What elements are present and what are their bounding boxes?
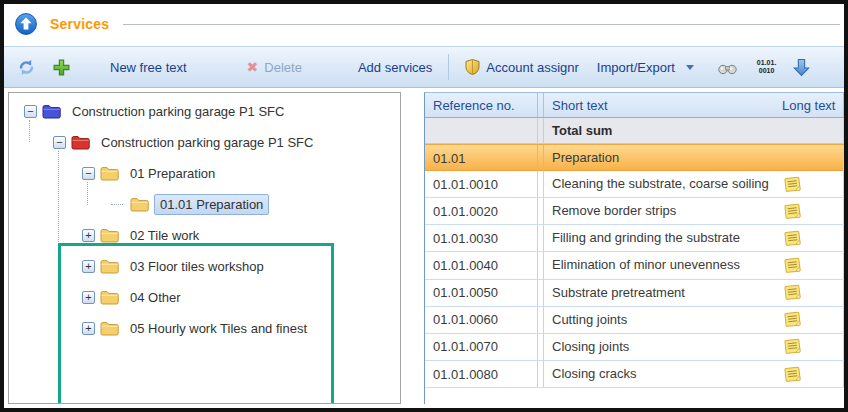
long-text-note-icon[interactable] [782,282,803,303]
arrow-down-icon [793,58,810,77]
column-splitter[interactable] [537,93,544,117]
short-text-cell: Remove border strips [544,198,774,224]
long-text-note-icon[interactable] [782,336,803,357]
table-row[interactable]: 01.01.0060 Cutting joints [425,307,844,334]
tree-item-label[interactable]: 01.01 Preparation [154,194,269,215]
table-body: Total sum 01.01 Preparation 01.01.0010 C… [425,118,844,388]
table-row[interactable]: 01.01.0030 Filling and grinding the subs… [425,225,844,252]
services-table: Reference no. Short text Long text Total… [424,92,844,404]
tree-expander[interactable]: − [82,167,95,180]
table-row[interactable]: 01.01.0080 Closing cracks [425,361,844,388]
tree-item[interactable]: + 03 Floor tiles workshop [9,251,400,282]
tree-item[interactable]: + 05 Hourly work Tiles and finest [9,313,400,344]
app-window: Services New free text ✖ Delet [4,4,844,408]
reference-cell: 01.01.0060 [425,307,537,333]
long-text-cell [774,225,844,251]
tree-item-label[interactable]: Construction parking garage P1 SFC [95,132,319,153]
account-assignment-button[interactable]: Account assignr [459,54,585,80]
refresh-button[interactable] [14,56,39,79]
folder-icon [130,197,149,212]
long-text-cell [774,334,844,360]
column-splitter [537,145,544,171]
tree-item-label[interactable]: 01 Preparation [124,163,221,184]
add-button[interactable] [49,55,74,80]
reference-cell: 01.01 [425,145,537,171]
move-down-button[interactable] [790,55,813,80]
tree-expander[interactable]: + [82,260,95,273]
binoculars-icon [717,60,738,75]
column-splitter [537,334,544,360]
long-text-note-icon[interactable] [782,174,803,195]
tree-item[interactable]: + 02 Tile work [9,220,400,251]
position-number-button[interactable]: 01.01. 0010 [757,59,776,75]
tree-connector-stub [111,204,123,205]
plus-icon [52,58,71,77]
table-row[interactable]: 01.01.0040 Elimination of minor unevenne… [425,252,844,279]
reference-cell: 01.01.0070 [425,334,537,360]
tree-item-label[interactable]: 04 Other [124,287,187,308]
column-header-reference[interactable]: Reference no. [425,93,537,117]
folder-icon [100,259,119,274]
position-number-line2: 0010 [757,67,776,75]
long-text-note-icon[interactable] [782,228,803,249]
new-free-text-button[interactable]: New free text [104,56,193,79]
refresh-icon [17,59,36,76]
reference-cell: 01.01.0020 [425,198,537,224]
folder-icon [42,104,61,119]
long-text-note-icon[interactable] [782,364,803,385]
table-row[interactable]: 01.01.0010 Cleaning the substrate, coars… [425,171,844,198]
tree-item-label[interactable]: Construction parking garage P1 SFC [66,101,290,122]
reference-cell: 01.01.0010 [425,171,537,197]
tree-connector-line [29,120,30,142]
tree-item[interactable]: 01.01 Preparation [9,189,400,220]
column-splitter [537,280,544,306]
find-button[interactable] [714,57,741,78]
page-title: Services [50,16,109,32]
table-row[interactable]: 01.01 Preparation [425,144,844,171]
tree-expander[interactable]: + [82,322,95,335]
tree-item-label[interactable]: 05 Hourly work Tiles and finest [124,318,313,339]
column-header-long-text[interactable]: Long text [774,93,844,117]
tree-item[interactable]: − Construction parking garage P1 SFC [9,96,400,127]
title-divider [123,24,840,25]
tree-expander[interactable]: + [82,291,95,304]
table-row[interactable]: 01.01.0020 Remove border strips [425,198,844,225]
column-header-short-text[interactable]: Short text [544,93,774,117]
folder-icon [100,290,119,305]
position-number-line1: 01.01. [757,59,776,67]
tree-item-label[interactable]: 02 Tile work [124,225,205,246]
short-text-cell: Total sum [544,118,774,144]
new-free-text-label: New free text [110,60,187,75]
navigate-up-icon[interactable] [14,12,38,36]
table-row[interactable]: 01.01.0050 Substrate pretreatment [425,280,844,307]
title-bar: Services [4,4,844,44]
column-splitter [537,198,544,224]
tree-item[interactable]: − 01 Preparation [9,158,400,189]
table-header-row: Reference no. Short text Long text [425,93,844,118]
table-row[interactable]: 01.01.0070 Closing joints [425,334,844,361]
tree-item-label[interactable]: 03 Floor tiles workshop [124,256,270,277]
column-splitter [537,361,544,387]
import-export-button[interactable]: Import/Export [591,56,700,79]
toolbar: New free text ✖ Delete Add services Acco… [4,46,844,88]
toolbar-separator [448,54,449,80]
reference-cell: 01.01.0040 [425,252,537,278]
tree-expander[interactable]: − [24,105,37,118]
delete-button[interactable]: ✖ Delete [241,56,308,79]
delete-label: Delete [264,60,302,75]
add-services-button[interactable]: Add services [352,56,438,79]
tree-expander[interactable]: + [82,229,95,242]
table-row[interactable]: Total sum [425,118,844,144]
long-text-note-icon[interactable] [782,255,803,276]
tree-item[interactable]: − Construction parking garage P1 SFC [9,127,400,158]
tree-item[interactable]: + 04 Other [9,282,400,313]
chevron-down-icon [686,65,694,70]
tree-expander[interactable]: − [53,136,66,149]
long-text-cell [774,118,844,144]
short-text-cell: Preparation [544,145,774,171]
reference-cell: 01.01.0030 [425,225,537,251]
long-text-note-icon[interactable] [782,201,803,222]
reference-cell: 01.01.0080 [425,361,537,387]
long-text-cell [774,145,844,171]
long-text-note-icon[interactable] [782,309,803,330]
